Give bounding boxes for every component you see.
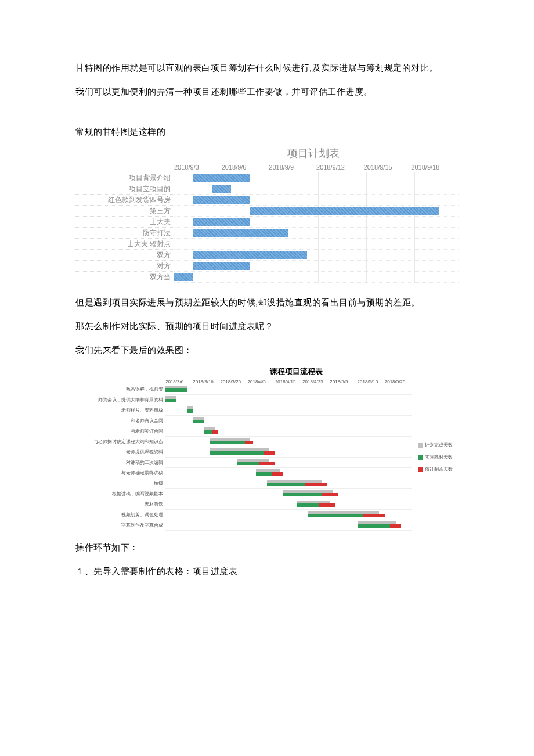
chart1-bar	[174, 273, 193, 281]
chart1-category-label: 项目背景介绍	[75, 173, 174, 183]
chart2-bar-remain	[245, 441, 253, 444]
chart1-bar	[193, 262, 250, 270]
gantt-chart-1: 项目计划表 2018/9/32018/9/62018/9/92018/9/122…	[75, 146, 459, 282]
chart1-category-label: 红色款到发货四号房	[75, 195, 174, 205]
chart2-category-label: 与老师确定最终讲稿	[75, 470, 165, 476]
chart2-bar-remain	[264, 451, 275, 455]
chart1-category-label: 双方当	[75, 272, 174, 282]
chart2-category-label: 和老师商议合同	[75, 417, 165, 424]
chart2-bar-actual	[210, 451, 264, 455]
chart1-rows: 项目背景介绍项目立项目的红色款到发货四号房第三方士大夫防守打法士大夫 辐射点双方…	[75, 172, 459, 282]
chart1-bar	[193, 196, 250, 204]
chart1-category-label: 对方	[75, 261, 174, 271]
chart2-category-label: 拍摄	[75, 480, 165, 487]
paragraph-1: 甘特图的作用就是可以直观的表白项目筹划在什么时候进行,及实际进展与筹划规定的对比…	[75, 58, 459, 78]
paragraph-5: 那怎么制作对比实际、预期的项目时间进度表呢？	[75, 316, 459, 337]
chart1-category-label: 第三方	[75, 206, 174, 216]
paragraph-7: 操作环节如下：	[75, 538, 459, 558]
paragraph-6: 我们先来看下最后的效果图：	[75, 340, 459, 361]
chart2-bar-remain	[212, 430, 217, 434]
chart2-bar-remain	[319, 503, 335, 507]
chart2-category-label: 与老师签订合同	[75, 428, 165, 434]
chart2-bar-actual	[204, 430, 212, 434]
chart2-category-label: 与老师探讨确定课程大纲和知识点	[75, 438, 165, 445]
chart2-bar-actual	[256, 472, 272, 476]
chart1-bar	[193, 218, 250, 226]
chart1-title: 项目计划表	[168, 146, 459, 160]
chart2-category-label: 根据讲稿，编写视频剧本	[75, 491, 165, 497]
chart2-legend: 计划完成天数 实际耗时天数 预计剩余天数	[412, 384, 459, 531]
chart1-bar	[193, 174, 250, 182]
legend-remain: 预计剩余天数	[418, 466, 459, 473]
chart2-bar-actual	[187, 409, 193, 413]
paragraph-2: 我们可以更加便利的弄清一种项目还剩哪些工作要做，并可评估工作进度。	[75, 82, 459, 102]
chart2-bar-remain	[272, 472, 283, 476]
chart2-bar-remain	[305, 483, 327, 486]
chart2-bar-remain	[390, 524, 401, 528]
paragraph-8: １、先导入需要制作的表格：项目进度表	[75, 561, 459, 582]
gantt-chart-2: 课程项目流程表 2018/3/62018/3/162018/3/262018/4…	[75, 366, 459, 531]
chart2-category-label: 师资会议，提供大纲和背景资料	[75, 397, 165, 403]
chart2-bar-actual	[358, 524, 391, 528]
chart2-bar-actual	[283, 493, 322, 496]
chart2-category-label: 对讲稿的二次编辑	[75, 459, 165, 466]
chart2-category-label: 素材筛选	[75, 501, 165, 507]
chart1-bar	[193, 229, 288, 237]
chart2-bar-actual	[267, 483, 305, 486]
chart2-bar-actual	[165, 399, 176, 402]
chart2-bar-actual	[165, 388, 187, 392]
chart2-bar-actual	[297, 503, 319, 507]
chart2-bar-actual	[193, 420, 204, 423]
chart2-title: 课程项目流程表	[134, 366, 459, 377]
chart1-bar	[193, 251, 307, 259]
chart2-bar-remain	[363, 514, 385, 517]
chart2-category-label: 老师提供课程资料	[75, 449, 165, 455]
paragraph-4: 但是遇到项目实际进展与预期差距较大的时候,却没措施直观的看出目前与预期的差距。	[75, 293, 459, 313]
paragraph-3: 常规的甘特图是这样的	[75, 122, 459, 142]
chart1-x-axis: 2018/9/32018/9/62018/9/92018/9/122018/9/…	[174, 164, 459, 171]
legend-actual: 实际耗时天数	[418, 454, 459, 460]
chart2-bar-actual	[210, 441, 245, 444]
chart1-category-label: 士大夫 辐射点	[75, 239, 174, 249]
chart2-category-label: 字幕制作及字幕合成	[75, 522, 165, 528]
chart1-category-label: 项目立项目的	[75, 184, 174, 194]
chart1-category-label: 防守打法	[75, 228, 174, 238]
chart2-bar-remain	[259, 462, 275, 465]
chart1-category-label: 双方	[75, 250, 174, 260]
chart2-bar-remain	[322, 493, 338, 496]
chart2-bar-actual	[237, 462, 259, 465]
chart1-category-label: 士大夫	[75, 217, 174, 227]
chart1-bar	[212, 185, 231, 193]
chart2-category-label: 老师样片、资料审核	[75, 407, 165, 413]
chart1-bar	[250, 207, 440, 215]
legend-plan: 计划完成天数	[418, 442, 459, 448]
chart2-category-label: 视频初剪、调色处理	[75, 512, 165, 518]
chart2-category-label: 熟悉课程，找师资	[75, 386, 165, 393]
chart2-rows: 熟悉课程，找师资师资会议，提供大纲和背景资料老师样片、资料审核和老师商议合同与老…	[75, 384, 412, 531]
chart2-bar-actual	[308, 514, 363, 517]
